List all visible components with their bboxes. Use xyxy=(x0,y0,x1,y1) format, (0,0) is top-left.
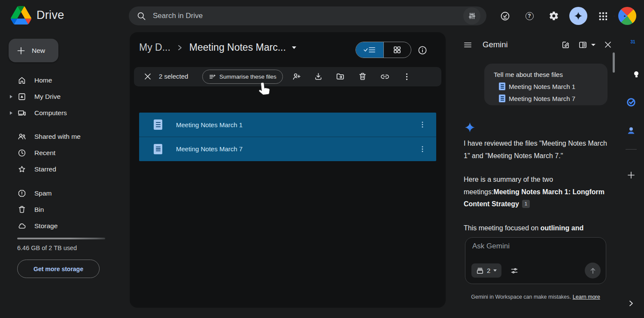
more-options-icon[interactable] xyxy=(402,72,412,82)
google-tasks-icon[interactable] xyxy=(626,97,636,107)
star-icon xyxy=(17,165,27,174)
search-bar[interactable] xyxy=(129,6,486,25)
google-contacts-icon[interactable] xyxy=(626,125,636,136)
response-paragraph: I have reviewed the files "Meeting Notes… xyxy=(464,138,610,162)
gemini-response: I have reviewed the files "Meeting Notes… xyxy=(464,138,610,235)
google-doc-icon xyxy=(154,144,162,154)
sidebar-item-spam[interactable]: Spam xyxy=(0,185,129,202)
get-link-icon[interactable] xyxy=(380,72,390,82)
learn-more-link[interactable]: Learn more xyxy=(573,294,600,300)
tune-settings-icon[interactable] xyxy=(510,266,519,275)
gemini-disclaimer: Gemini in Workspace can make mistakes.Le… xyxy=(465,294,606,300)
computers-icon xyxy=(17,108,27,118)
sources-count: 2 xyxy=(487,267,490,274)
sidebar-item-computers[interactable]: Computers xyxy=(0,105,129,121)
grid-view-toggle[interactable] xyxy=(384,42,411,58)
get-more-storage-button[interactable]: Get more storage xyxy=(17,260,100,278)
account-avatar[interactable] xyxy=(618,7,636,25)
spam-icon xyxy=(17,189,27,198)
caret-down-icon xyxy=(493,269,497,272)
offline-status-icon[interactable] xyxy=(496,7,514,25)
sidebar-nav: Home My Drive Computers Shared with me R… xyxy=(0,72,129,234)
file-row-selected[interactable]: Meeting Notes March 7 xyxy=(139,137,436,161)
menu-icon[interactable] xyxy=(463,40,472,49)
cloud-icon xyxy=(17,221,27,231)
info-icon[interactable] xyxy=(417,45,428,55)
sidebar-item-bin[interactable]: Bin xyxy=(0,202,129,218)
sidebar-item-storage[interactable]: Storage xyxy=(0,218,129,234)
collapse-rail-chevron-icon[interactable] xyxy=(628,300,635,307)
topbar-actions: ? xyxy=(496,7,636,25)
citation-chip[interactable]: 1 xyxy=(522,200,530,208)
new-chat-compose-icon[interactable] xyxy=(561,40,570,49)
drive-logo[interactable]: Drive xyxy=(11,6,64,24)
drive-logo-icon xyxy=(11,6,31,24)
file-chip[interactable]: Meeting Notes March 1 xyxy=(499,80,600,92)
close-panel-icon[interactable] xyxy=(604,40,612,49)
list-view-toggle[interactable] xyxy=(356,42,384,58)
google-apps-grid-icon[interactable] xyxy=(594,7,612,25)
drive-content-card: My D... Meeting Notes Marc... 2 selected xyxy=(130,32,446,308)
file-chip[interactable]: Meeting Notes March 7 xyxy=(499,92,600,104)
file-stack-icon xyxy=(476,267,484,275)
breadcrumb: My D... Meeting Notes Marc... xyxy=(139,42,296,53)
sidebar-item-shared-with-me[interactable]: Shared with me xyxy=(0,128,129,145)
clear-selection-icon[interactable] xyxy=(143,72,152,81)
settings-gear-icon[interactable] xyxy=(545,7,563,25)
search-options-icon[interactable] xyxy=(463,7,480,24)
search-input[interactable] xyxy=(153,12,463,20)
file-row-selected[interactable]: Meeting Notes March 1 xyxy=(139,113,436,137)
app-title: Drive xyxy=(36,9,64,22)
storage-progress-bar xyxy=(17,238,105,239)
folder-dropdown-caret-icon[interactable] xyxy=(292,46,296,49)
rail-divider xyxy=(626,149,637,150)
response-paragraph-clipped: This meeting focused on outlining and xyxy=(464,222,610,235)
home-icon xyxy=(17,76,27,85)
top-bar: Drive ? xyxy=(0,0,644,32)
panel-scrollbar[interactable] xyxy=(613,52,615,73)
shared-people-icon xyxy=(17,132,27,141)
summarise-label: Summarise these files xyxy=(219,73,276,80)
row-more-options-icon[interactable] xyxy=(418,120,427,129)
sidebar-item-starred[interactable]: Starred xyxy=(0,161,129,177)
expand-arrow-icon[interactable] xyxy=(10,95,12,98)
caret-down-icon xyxy=(591,44,595,46)
search-icon xyxy=(137,11,146,21)
new-button[interactable]: New xyxy=(9,39,58,62)
side-panel-rail: 31 xyxy=(618,32,644,318)
row-more-options-icon[interactable] xyxy=(418,145,427,153)
sidebar-item-recent[interactable]: Recent xyxy=(0,145,129,161)
share-add-person-icon[interactable] xyxy=(292,72,301,82)
gemini-title: Gemini xyxy=(483,40,508,49)
gemini-sparkle-icon xyxy=(464,122,476,133)
sidebar-item-my-drive[interactable]: My Drive xyxy=(0,89,129,105)
selected-count: 2 selected xyxy=(159,73,188,80)
breadcrumb-current[interactable]: Meeting Notes Marc... xyxy=(189,42,286,53)
selection-toolbar: 2 selected Summarise these files xyxy=(134,67,441,86)
google-doc-icon xyxy=(499,83,505,90)
gemini-input-box[interactable]: 2 xyxy=(465,237,606,284)
breadcrumb-parent[interactable]: My D... xyxy=(139,42,170,53)
user-message-text: Tell me about these files xyxy=(494,69,600,80)
help-icon[interactable]: ? xyxy=(520,7,538,25)
send-button[interactable] xyxy=(585,263,601,278)
sidebar-item-home[interactable]: Home xyxy=(0,72,129,89)
my-drive-icon xyxy=(17,92,27,101)
gemini-button[interactable] xyxy=(569,7,587,25)
sources-chip[interactable]: 2 xyxy=(471,263,501,278)
summarise-icon xyxy=(209,73,216,80)
expand-arrow-icon[interactable] xyxy=(10,111,12,115)
panel-layout-icon[interactable] xyxy=(578,40,595,49)
add-panel-app-icon[interactable] xyxy=(627,171,636,180)
trash-icon xyxy=(17,205,27,214)
mouse-cursor-hand xyxy=(256,80,273,99)
google-doc-icon xyxy=(499,95,505,102)
delete-trash-icon[interactable] xyxy=(358,72,368,82)
new-button-label: New xyxy=(32,47,45,55)
ask-gemini-input[interactable] xyxy=(472,242,600,251)
move-to-folder-icon[interactable] xyxy=(335,72,345,82)
gemini-side-panel: Gemini Tell me about these files Meeting… xyxy=(455,32,618,318)
chevron-right-icon xyxy=(177,44,182,51)
gemini-header: Gemini xyxy=(463,38,612,51)
download-icon[interactable] xyxy=(313,72,323,82)
